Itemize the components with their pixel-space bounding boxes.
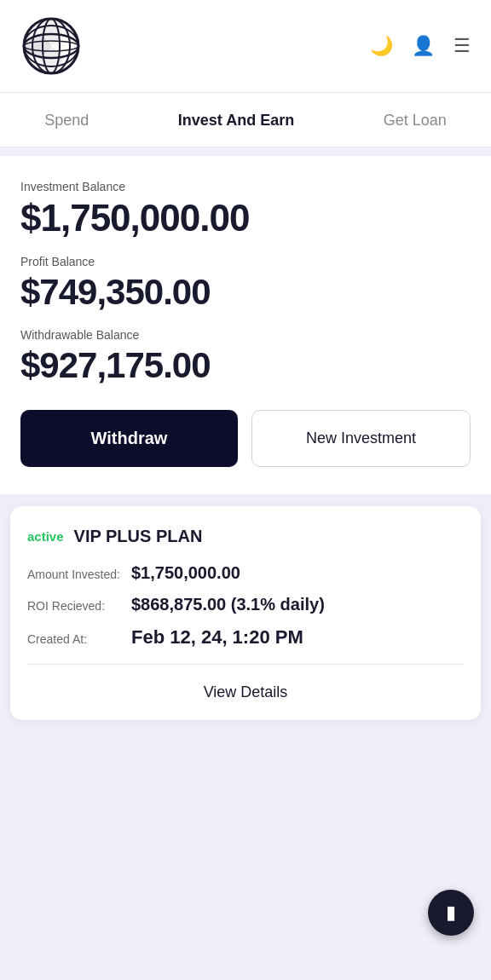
- roi-label: ROI Recieved:: [27, 599, 121, 613]
- logo[interactable]: [20, 15, 82, 77]
- amount-invested-value: $1,750,000.00: [131, 563, 240, 583]
- fab-chat-button[interactable]: ▮: [428, 890, 474, 936]
- profit-balance-label: Profit Balance: [20, 255, 471, 268]
- plan-status: active: [27, 529, 64, 544]
- new-investment-button[interactable]: New Investment: [251, 410, 471, 467]
- plan-header: active VIP PLUS PLAN: [27, 527, 464, 546]
- header: 🌙 👤 ☰: [0, 0, 491, 93]
- amount-invested-label: Amount Invested:: [27, 568, 121, 581]
- plan-roi-row: ROI Recieved: $868,875.00 (3.1% daily): [27, 595, 464, 614]
- plan-created-row: Created At: Feb 12, 24, 1:20 PM: [27, 626, 464, 649]
- roi-value: $868,875.00 (3.1% daily): [131, 595, 325, 614]
- created-at-value: Feb 12, 24, 1:20 PM: [131, 626, 303, 649]
- plan-amount-invested-row: Amount Invested: $1,750,000.00: [27, 563, 464, 583]
- menu-icon[interactable]: ☰: [453, 35, 471, 57]
- investment-balance-label: Investment Balance: [20, 180, 471, 193]
- tab-invest-and-earn[interactable]: Invest And Earn: [171, 108, 301, 133]
- withdraw-button[interactable]: Withdraw: [20, 410, 238, 467]
- main-content: Investment Balance $1,750,000.00 Profit …: [0, 156, 491, 494]
- user-icon[interactable]: 👤: [412, 35, 435, 57]
- view-details-button[interactable]: View Details: [27, 665, 464, 720]
- header-icons: 🌙 👤 ☰: [370, 35, 471, 57]
- chat-icon: ▮: [446, 902, 456, 924]
- withdrawable-balance-label: Withdrawable Balance: [20, 328, 471, 342]
- plan-card: active VIP PLUS PLAN Amount Invested: $1…: [10, 506, 481, 720]
- profit-balance-amount: $749,350.00: [20, 272, 471, 313]
- withdrawable-balance-amount: $927,175.00: [20, 345, 471, 386]
- moon-icon[interactable]: 🌙: [370, 35, 393, 57]
- tab-spend[interactable]: Spend: [38, 108, 95, 133]
- nav-tabs: Spend Invest And Earn Get Loan: [0, 93, 491, 147]
- created-at-label: Created At:: [27, 632, 121, 646]
- plan-name: VIP PLUS PLAN: [74, 527, 203, 546]
- tab-get-loan[interactable]: Get Loan: [377, 108, 453, 133]
- investment-balance-amount: $1,750,000.00: [20, 197, 471, 239]
- action-buttons: Withdraw New Investment: [20, 410, 471, 467]
